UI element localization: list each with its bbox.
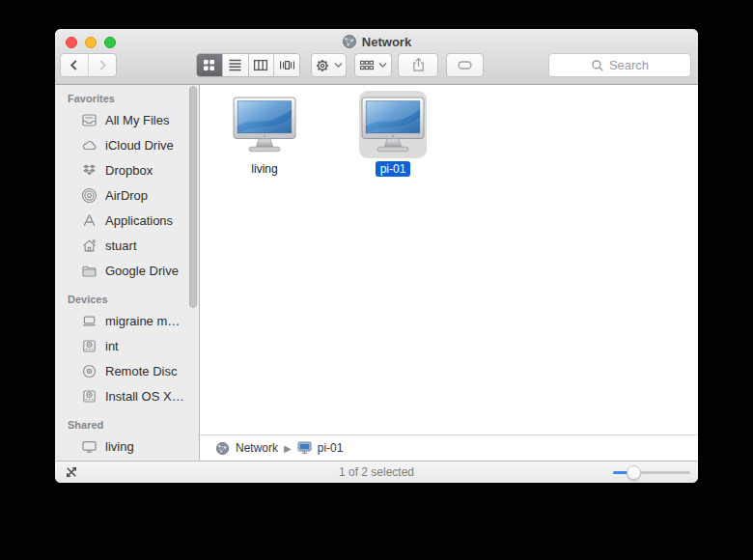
sidebar-item-label: Google Drive bbox=[105, 264, 179, 278]
sidebar-section-devices: Devices bbox=[55, 291, 199, 308]
sidebar-item-google-drive[interactable]: Google Drive bbox=[55, 258, 199, 283]
sidebar-item-all-my-files[interactable]: All My Files bbox=[55, 107, 199, 132]
file-icon-background bbox=[231, 91, 298, 158]
chevron-down-icon bbox=[378, 62, 387, 69]
sidebar-scrollbar[interactable] bbox=[189, 86, 197, 308]
sidebar-section-shared: Shared bbox=[55, 416, 199, 434]
slider-thumb[interactable] bbox=[627, 465, 641, 480]
main-area: Favorites All My Files iCloud Drive Drop… bbox=[55, 85, 698, 461]
icon-view-area[interactable]: living pi-01 bbox=[200, 85, 698, 434]
cover-flow-view-button[interactable] bbox=[274, 54, 299, 76]
chevron-down-icon bbox=[334, 62, 343, 69]
search-field[interactable]: Search bbox=[548, 53, 691, 77]
icon-view-button[interactable] bbox=[197, 54, 223, 76]
chevron-left-icon bbox=[68, 58, 81, 72]
sidebar-item-label: iCloud Drive bbox=[105, 138, 174, 153]
path-bar: Network ▶ pi-01 bbox=[200, 434, 698, 461]
sidebar-item-label: Remote Disc bbox=[105, 364, 177, 378]
arrange-grid-icon bbox=[359, 58, 375, 72]
hard-disk-icon bbox=[81, 388, 98, 405]
folder-icon bbox=[81, 263, 98, 279]
remote-disc-icon bbox=[81, 363, 98, 379]
column-view-icon bbox=[253, 58, 268, 72]
file-item-pi-01[interactable]: pi-01 bbox=[345, 91, 441, 177]
sidebar-item-install-osx[interactable]: Install OS X… bbox=[55, 383, 199, 408]
laptop-icon bbox=[81, 313, 98, 329]
sidebar-item-label: migraine m… bbox=[105, 314, 180, 328]
display-icon bbox=[297, 441, 312, 455]
sidebar-item-label: All My Files bbox=[105, 113, 169, 127]
sidebar-item-remote-disc[interactable]: Remote Disc bbox=[55, 358, 199, 383]
window-title: Network bbox=[362, 35, 411, 49]
icon-size-slider[interactable] bbox=[613, 471, 690, 474]
sidebar-item-label: int bbox=[105, 339, 119, 353]
arrange-menu-button[interactable] bbox=[354, 53, 392, 77]
sidebar-item-dropbox[interactable]: Dropbox bbox=[55, 157, 199, 182]
action-menu-button[interactable] bbox=[311, 53, 347, 77]
path-segment-pi-01[interactable]: pi-01 bbox=[318, 441, 344, 455]
sidebar-item-home[interactable]: stuart bbox=[55, 233, 199, 258]
gear-icon bbox=[315, 58, 330, 73]
tag-button[interactable] bbox=[446, 53, 484, 77]
file-item-living[interactable]: living bbox=[216, 91, 313, 177]
home-icon bbox=[81, 238, 98, 254]
file-icon-selection-background bbox=[359, 91, 427, 158]
sidebar-item-label: Dropbox bbox=[105, 163, 153, 178]
nav-buttons bbox=[60, 53, 117, 77]
search-icon bbox=[591, 59, 604, 72]
share-button[interactable] bbox=[398, 53, 438, 77]
dropbox-icon bbox=[81, 162, 98, 179]
all-my-files-icon bbox=[81, 112, 98, 128]
sidebar-item-label: stuart bbox=[105, 238, 137, 253]
tag-icon bbox=[457, 57, 473, 73]
network-globe-icon bbox=[215, 441, 230, 456]
search-placeholder: Search bbox=[609, 58, 649, 72]
chevron-right-icon bbox=[96, 58, 109, 72]
computer-display-icon bbox=[361, 97, 425, 153]
sidebar-item-airdrop[interactable]: AirDrop bbox=[55, 182, 199, 208]
selection-status-text: 1 of 2 selected bbox=[339, 465, 414, 479]
finder-window: Network bbox=[55, 29, 698, 483]
hard-disk-icon bbox=[81, 338, 98, 354]
content-area: living pi-01 Network ▶ pi-01 bbox=[200, 85, 698, 461]
path-separator-icon: ▶ bbox=[284, 443, 292, 454]
network-globe-icon bbox=[342, 34, 357, 49]
sidebar-item-label: living bbox=[105, 439, 134, 454]
sidebar-item-label: AirDrop bbox=[105, 188, 148, 203]
icloud-drive-icon bbox=[81, 137, 98, 154]
sidebar-section-favorites: Favorites bbox=[55, 90, 199, 107]
column-view-button[interactable] bbox=[249, 54, 275, 76]
window-header: Network bbox=[55, 29, 698, 85]
file-label-selected: pi-01 bbox=[376, 161, 411, 177]
expand-arrows-icon[interactable] bbox=[64, 464, 79, 480]
view-mode-control bbox=[196, 53, 300, 77]
file-label: living bbox=[251, 161, 277, 177]
sidebar-item-migraine[interactable]: migraine m… bbox=[55, 308, 199, 333]
icon-view-icon bbox=[202, 58, 216, 72]
sidebar-item-applications[interactable]: Applications bbox=[55, 208, 199, 233]
cover-flow-view-icon bbox=[279, 58, 295, 72]
path-segment-network[interactable]: Network bbox=[236, 441, 278, 455]
status-bar: 1 of 2 selected bbox=[55, 461, 698, 483]
list-view-icon bbox=[228, 58, 242, 72]
titlebar: Network bbox=[55, 29, 698, 54]
back-button[interactable] bbox=[61, 54, 89, 76]
display-icon bbox=[81, 438, 98, 455]
sidebar-item-label: Applications bbox=[105, 213, 173, 228]
list-view-button[interactable] bbox=[223, 54, 249, 76]
sidebar-item-int[interactable]: int bbox=[55, 333, 199, 358]
forward-button[interactable] bbox=[89, 54, 117, 76]
applications-icon bbox=[81, 212, 98, 229]
sidebar-item-label: Install OS X… bbox=[105, 389, 184, 404]
sidebar: Favorites All My Files iCloud Drive Drop… bbox=[55, 85, 200, 461]
share-icon bbox=[410, 57, 427, 73]
computer-display-icon bbox=[233, 97, 296, 153]
sidebar-item-icloud-drive[interactable]: iCloud Drive bbox=[55, 132, 199, 157]
airdrop-icon bbox=[81, 187, 98, 204]
sidebar-item-living[interactable]: living bbox=[55, 434, 199, 459]
